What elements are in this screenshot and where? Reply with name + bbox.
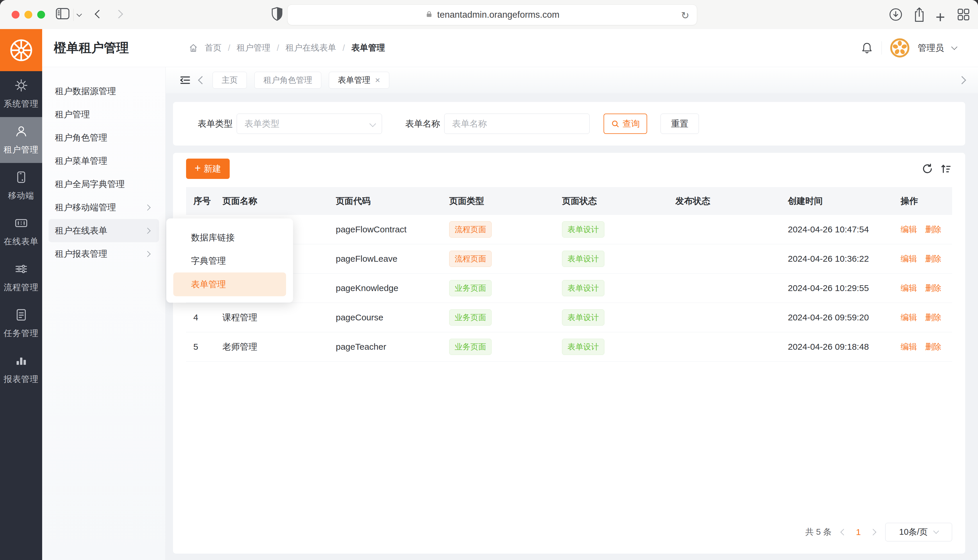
tab-overview-icon[interactable] — [957, 8, 970, 22]
sidebar-item-online-form[interactable]: 在线表单 — [0, 209, 42, 255]
current-page[interactable]: 1 — [856, 527, 861, 537]
forward-icon[interactable] — [115, 10, 123, 18]
menu-item-report[interactable]: 租户报表管理 — [48, 242, 159, 265]
page-status-tag: 表单设计 — [562, 309, 604, 326]
form-name-field[interactable] — [444, 113, 590, 134]
sidebar-item-report[interactable]: 报表管理 — [0, 347, 42, 392]
privacy-shield-icon[interactable] — [271, 7, 283, 23]
menu-item-role[interactable]: 租户角色管理 — [48, 126, 159, 149]
edit-link[interactable]: 编辑 — [901, 283, 917, 293]
header-divider — [881, 41, 882, 55]
downloads-icon[interactable] — [889, 8, 903, 22]
browser-window: tenantadmin.orangeforms.com ↻ + 系统管理 — [0, 0, 978, 560]
sliders-icon — [14, 262, 28, 277]
edit-link[interactable]: 编辑 — [901, 253, 917, 264]
tabs-scroll-right-icon[interactable] — [958, 76, 966, 84]
address-bar[interactable]: tenantadmin.orangeforms.com ↻ — [287, 4, 697, 25]
menu-item-online-form[interactable]: 租户在线表单 — [48, 219, 159, 242]
table-row: 5 老师管理 pageTeacher 业务页面 表单设计 2024-04-26 … — [186, 332, 952, 362]
sidebar-toggle-icon[interactable] — [56, 8, 70, 21]
breadcrumb-item[interactable]: 租户管理 — [237, 42, 270, 54]
menu-item-tenant[interactable]: 租户管理 — [48, 103, 159, 126]
search-icon — [611, 119, 620, 128]
delete-link[interactable]: 删除 — [925, 283, 941, 293]
url-text: tenantadmin.orangeforms.com — [437, 10, 559, 20]
edit-link[interactable]: 编辑 — [901, 312, 917, 323]
page-size-select[interactable]: 10条/页 — [885, 523, 952, 542]
refresh-icon[interactable] — [921, 163, 933, 175]
delete-link[interactable]: 删除 — [925, 224, 941, 235]
reload-icon[interactable]: ↻ — [681, 10, 690, 21]
new-tab-icon[interactable]: + — [936, 8, 945, 27]
reset-button[interactable]: 重置 — [660, 113, 699, 134]
delete-link[interactable]: 删除 — [925, 312, 941, 323]
sidebar-item-task[interactable]: 任务管理 — [0, 301, 42, 347]
avatar[interactable] — [890, 38, 909, 58]
prev-page-icon[interactable] — [841, 529, 847, 536]
bar-chart-icon — [14, 354, 28, 369]
tab-form-management[interactable]: 表单管理× — [329, 72, 389, 88]
page-title: 橙单租户管理 — [42, 40, 166, 57]
tab-home[interactable]: 主页 — [212, 72, 247, 88]
menu-item-datasource[interactable]: 租户数据源管理 — [48, 80, 159, 103]
column-header: 页面代码 — [329, 195, 442, 207]
form-type-input[interactable] — [237, 113, 382, 134]
page-type-tag: 业务页面 — [449, 309, 492, 326]
page-type-tag: 业务页面 — [449, 280, 492, 296]
form-name-input[interactable] — [444, 113, 590, 134]
page-type-tag: 业务页面 — [449, 339, 492, 355]
collapse-menu-icon[interactable] — [179, 74, 192, 87]
page-status-tag: 表单设计 — [562, 251, 604, 267]
column-sort-icon[interactable] — [940, 163, 952, 175]
zoom-window-button[interactable] — [37, 11, 45, 18]
page-status-tag: 表单设计 — [562, 280, 604, 296]
breadcrumb-separator: / — [343, 43, 345, 53]
notification-bell-icon[interactable] — [861, 42, 873, 54]
chevron-down-icon[interactable] — [951, 43, 957, 50]
back-icon[interactable] — [95, 10, 104, 18]
close-window-button[interactable] — [12, 11, 20, 18]
user-name[interactable]: 管理员 — [918, 42, 944, 54]
menu-item-menu[interactable]: 租户菜单管理 — [48, 149, 159, 173]
breadcrumb-item[interactable]: 租户在线表单 — [286, 42, 336, 54]
sidebar-item-mobile[interactable]: 移动端 — [0, 163, 42, 209]
table-body: 1 pageFlowContract 流程页面 表单设计 2024-04-26 … — [186, 215, 952, 362]
delete-link[interactable]: 删除 — [925, 253, 941, 264]
flyout-item-form-management[interactable]: 表单管理 — [173, 272, 286, 296]
column-header: 创建时间 — [781, 195, 893, 207]
form-type-select[interactable] — [237, 113, 382, 134]
share-icon[interactable] — [913, 7, 926, 24]
menu-item-dict[interactable]: 租户全局字典管理 — [48, 173, 159, 196]
app-logo[interactable] — [0, 29, 42, 71]
edit-link[interactable]: 编辑 — [901, 341, 917, 352]
home-icon — [188, 43, 198, 53]
flyout-item-database-link[interactable]: 数据库链接 — [166, 226, 293, 249]
column-header: 页面类型 — [442, 195, 555, 207]
edit-link[interactable]: 编辑 — [901, 224, 917, 235]
chrome-divider — [73, 9, 74, 21]
menu-item-mobile[interactable]: 租户移动端管理 — [48, 196, 159, 219]
create-button[interactable]: + 新建 — [186, 158, 230, 179]
minimize-window-button[interactable] — [24, 11, 32, 18]
page-type-tag: 流程页面 — [449, 251, 492, 267]
flyout-item-dict-management[interactable]: 字典管理 — [166, 249, 293, 272]
delete-link[interactable]: 删除 — [925, 341, 941, 352]
tab-tenant-role[interactable]: 租户角色管理 — [254, 72, 321, 88]
table-card: + 新建 序号 页面名称 — [173, 153, 965, 553]
tabs-scroll-left-icon[interactable] — [198, 76, 206, 84]
search-button[interactable]: 查询 — [604, 113, 647, 134]
table-row: 2 pageFlowLeave 流程页面 表单设计 2024-04-26 10:… — [186, 244, 952, 273]
form-name-label: 表单名称 — [405, 118, 440, 130]
page-status-tag: 表单设计 — [562, 339, 604, 355]
form-icon — [14, 216, 28, 231]
sidebar-item-system[interactable]: 系统管理 — [0, 71, 42, 117]
chevron-right-icon — [144, 251, 150, 257]
sidebar-item-tenant[interactable]: 租户管理 — [0, 117, 42, 163]
next-page-icon[interactable] — [870, 529, 876, 536]
close-icon[interactable]: × — [375, 75, 380, 85]
page-type-tag: 流程页面 — [449, 221, 492, 238]
sidebar-item-flow[interactable]: 流程管理 — [0, 255, 42, 301]
chevron-down-icon[interactable] — [77, 11, 82, 17]
column-header: 操作 — [893, 195, 952, 207]
breadcrumb-item[interactable]: 首页 — [205, 42, 222, 54]
